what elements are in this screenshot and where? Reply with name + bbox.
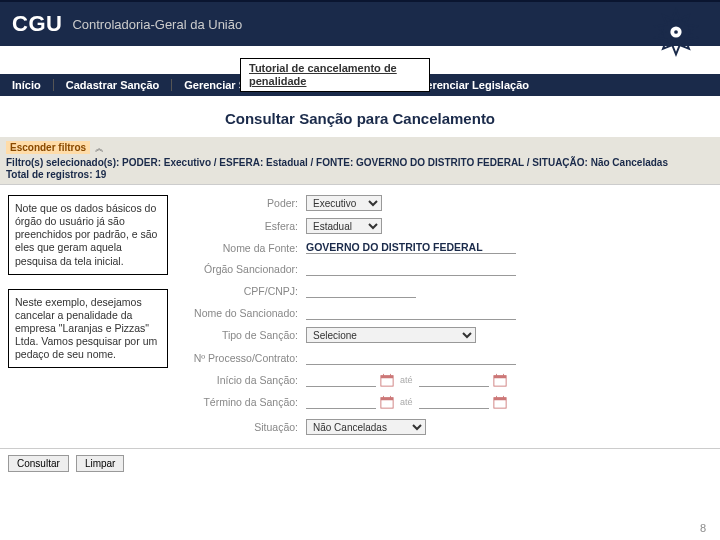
value-nome-fonte: GOVERNO DO DISTRITO FEDERAL [306, 241, 516, 254]
filters-total-text: Total de registros: 19 [6, 169, 714, 180]
content-area: Note que os dados básicos do órgão do us… [0, 185, 720, 446]
tutorial-callout-text: Tutorial de cancelamento de penalidade [249, 62, 397, 87]
input-inicio-de[interactable] [306, 372, 376, 387]
hide-filters-toggle[interactable]: Esconder filtros [6, 141, 90, 154]
label-esfera: Esfera: [178, 220, 306, 232]
svg-rect-16 [493, 397, 505, 400]
label-nome-sancionado: Nome do Sancionado: [178, 307, 306, 319]
consultar-button[interactable]: Consultar [8, 455, 69, 472]
nav-inicio[interactable]: Início [0, 79, 54, 91]
logo-sub: Controladoria-Geral da União [72, 17, 242, 32]
input-cpf[interactable] [306, 283, 416, 298]
label-poder: Poder: [178, 197, 306, 209]
input-termino-de[interactable] [306, 394, 376, 409]
label-cpf: CPF/CNPJ: [178, 285, 306, 297]
chevron-up-icon: ︽ [95, 143, 104, 153]
header-bar: CGU Controladoria-Geral da União [0, 0, 720, 46]
label-processo: Nº Processo/Contrato: [178, 352, 306, 364]
label-ate-1: até [394, 375, 419, 385]
filter-summary-bar: Esconder filtros ︽ Filtro(s) selecionado… [0, 137, 720, 185]
filters-selected-text: Filtro(s) selecionado(s): PODER: Executi… [6, 157, 714, 168]
callout-2: Neste exemplo, desejamos cancelar a pena… [8, 289, 168, 369]
input-processo[interactable] [306, 350, 516, 365]
national-crest-icon [648, 4, 704, 60]
input-nome-sancionado[interactable] [306, 305, 516, 320]
input-termino-ate[interactable] [419, 394, 489, 409]
calendar-icon[interactable] [380, 395, 394, 409]
select-tipo[interactable]: Selecione [306, 327, 476, 343]
callout-1: Note que os dados básicos do órgão do us… [8, 195, 168, 275]
nav-cadastrar[interactable]: Cadastrar Sanção [54, 79, 173, 91]
label-termino: Término da Sanção: [178, 396, 306, 408]
label-orgao: Órgão Sancionador: [178, 263, 306, 275]
calendar-icon[interactable] [380, 373, 394, 387]
page-number: 8 [700, 522, 706, 534]
callouts-column: Note que os dados básicos do órgão do us… [8, 195, 168, 442]
svg-rect-4 [381, 375, 393, 378]
limpar-button[interactable]: Limpar [76, 455, 125, 472]
input-inicio-ate[interactable] [419, 372, 489, 387]
label-nome-fonte: Nome da Fonte: [178, 242, 306, 254]
select-esfera[interactable]: Estadual [306, 218, 382, 234]
logo-main: CGU [12, 11, 62, 37]
select-situacao[interactable]: Não Canceladas [306, 419, 426, 435]
calendar-icon[interactable] [493, 395, 507, 409]
svg-rect-12 [381, 397, 393, 400]
svg-point-2 [674, 30, 678, 34]
svg-rect-8 [493, 375, 505, 378]
label-tipo: Tipo de Sanção: [178, 329, 306, 341]
select-poder[interactable]: Executivo [306, 195, 382, 211]
label-ate-2: até [394, 397, 419, 407]
page-title: Consultar Sanção para Cancelamento [0, 96, 720, 137]
label-inicio: Início da Sanção: [178, 374, 306, 386]
search-form: Poder: Executivo Esfera: Estadual Nome d… [178, 195, 712, 442]
tutorial-callout: Tutorial de cancelamento de penalidade [240, 58, 430, 92]
input-orgao[interactable] [306, 261, 516, 276]
action-bar: Consultar Limpar [0, 449, 720, 476]
calendar-icon[interactable] [493, 373, 507, 387]
label-situacao: Situação: [178, 421, 306, 433]
